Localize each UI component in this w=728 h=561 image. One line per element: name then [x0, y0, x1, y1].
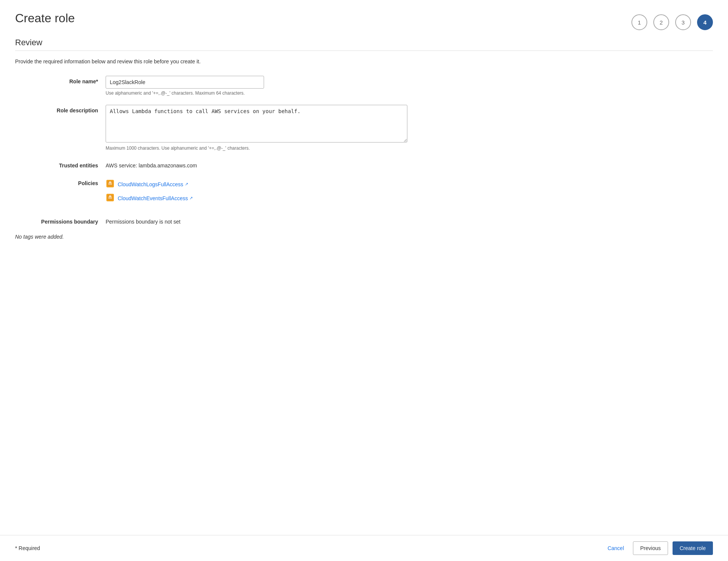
external-link-icon-1: ↗	[185, 182, 188, 187]
role-name-control: Use alphanumeric and '+=,.@-_' character…	[106, 76, 370, 96]
permissions-boundary-row: Permissions boundary Permissions boundar…	[15, 216, 713, 225]
policy-link-2[interactable]: CloudWatchEventsFullAccess ↗	[118, 195, 193, 201]
policy-item-2: CloudWatchEventsFullAccess ↗	[106, 193, 370, 203]
page-container: Create role 1 2 3 4 Review Provide the r…	[0, 0, 728, 535]
role-description-label: Role description	[15, 105, 106, 113]
permissions-boundary-control: Permissions boundary is not set	[106, 216, 370, 225]
no-tags-text: No tags were added.	[15, 234, 713, 240]
header-row: Create role 1 2 3 4	[15, 11, 713, 30]
role-name-input[interactable]	[106, 76, 264, 89]
role-name-hint: Use alphanumeric and '+=,.@-_' character…	[106, 90, 370, 96]
permissions-boundary-label: Permissions boundary	[15, 216, 106, 225]
step-2[interactable]: 2	[653, 14, 669, 30]
trusted-entities-value: AWS service: lambda.amazonaws.com	[106, 160, 370, 169]
policy-icon-2	[106, 193, 115, 203]
external-link-icon-2: ↗	[189, 196, 193, 201]
step-1[interactable]: 1	[631, 14, 647, 30]
required-label: * Required	[15, 545, 40, 551]
permissions-boundary-value: Permissions boundary is not set	[106, 216, 370, 225]
step-indicator: 1 2 3 4	[631, 14, 713, 30]
page-title: Create role	[15, 11, 75, 25]
policy-item-1: CloudWatchLogsFullAccess ↗	[106, 179, 370, 189]
policies-control: CloudWatchLogsFullAccess ↗	[106, 178, 370, 207]
step-3[interactable]: 3	[675, 14, 691, 30]
svg-rect-3	[109, 181, 111, 183]
cancel-button[interactable]: Cancel	[603, 542, 629, 554]
form-section: Role name* Use alphanumeric and '+=,.@-_…	[15, 76, 713, 225]
role-name-row: Role name* Use alphanumeric and '+=,.@-_…	[15, 76, 713, 96]
trusted-entities-label: Trusted entities	[15, 160, 106, 169]
role-description-control: Allows Lambda functions to call AWS serv…	[106, 105, 370, 151]
section-divider	[15, 51, 713, 51]
subtitle: Provide the required information below a…	[15, 58, 713, 64]
step-4[interactable]: 4	[697, 14, 713, 30]
trusted-entities-control: AWS service: lambda.amazonaws.com	[106, 160, 370, 169]
section-title: Review	[15, 38, 713, 48]
role-description-hint: Maximum 1000 characters. Use alphanumeri…	[106, 146, 370, 151]
policies-row: Policies C	[15, 178, 713, 207]
policies-area: CloudWatchLogsFullAccess ↗	[106, 178, 370, 203]
footer-actions: Cancel Previous Create role	[603, 541, 713, 555]
role-name-label: Role name*	[15, 76, 106, 84]
role-description-row: Role description Allows Lambda functions…	[15, 105, 713, 151]
policy-link-1[interactable]: CloudWatchLogsFullAccess ↗	[118, 181, 188, 187]
policy-icon-1	[106, 179, 115, 189]
previous-button[interactable]: Previous	[633, 541, 668, 555]
policies-label: Policies	[15, 178, 106, 186]
create-role-button[interactable]: Create role	[673, 541, 713, 555]
trusted-entities-row: Trusted entities AWS service: lambda.ama…	[15, 160, 713, 169]
svg-rect-7	[109, 195, 111, 197]
footer: * Required Cancel Previous Create role	[0, 535, 728, 561]
role-description-input[interactable]: Allows Lambda functions to call AWS serv…	[106, 105, 407, 143]
